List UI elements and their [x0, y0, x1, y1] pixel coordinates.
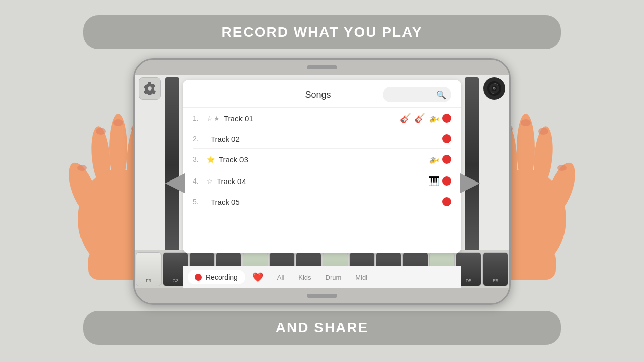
search-input[interactable] — [388, 89, 433, 100]
instrument-icon: 🎸 — [400, 113, 411, 124]
record-button[interactable] — [442, 155, 451, 164]
track-name: Track 02 — [211, 135, 438, 143]
track-name: Track 04 — [217, 177, 424, 186]
phone-top — [135, 60, 509, 75]
svg-point-28 — [494, 88, 495, 89]
track-stars: ☆★ — [207, 115, 220, 122]
track-number: 4. — [193, 177, 203, 185]
track-name: Track 03 — [219, 155, 424, 164]
track-icons — [442, 134, 451, 143]
svg-point-11 — [77, 165, 87, 171]
device-wrapper: ◀ ▶ Songs 🔍 1.☆★Track 01🎸🎸🚁2.Track 023.⭐ — [83, 58, 561, 305]
phone-notch — [307, 65, 337, 69]
settings-button[interactable] — [139, 77, 161, 100]
star-icon: ⭐ — [207, 156, 215, 163]
bottom-banner-text: AND SHARE — [276, 320, 368, 335]
track-stars: ⭐ — [207, 156, 215, 163]
track-list: 1.☆★Track 01🎸🎸🚁2.Track 023.⭐Track 03🚁4.☆… — [183, 108, 461, 211]
track-row[interactable]: 5.Track 05 — [193, 192, 451, 211]
nav-arrow-left[interactable]: ◀ — [161, 164, 189, 199]
track-icons: 🎸🎸🚁 — [400, 113, 451, 124]
track-icons — [442, 197, 451, 206]
phone-frame: ◀ ▶ Songs 🔍 1.☆★Track 01🎸🎸🚁2.Track 023.⭐ — [133, 58, 511, 305]
svg-point-19 — [538, 128, 548, 135]
track-icons: 🎹 — [428, 175, 451, 187]
record-button[interactable] — [442, 114, 451, 123]
bottom-banner: AND SHARE — [83, 311, 561, 345]
search-icon[interactable]: 🔍 — [436, 90, 446, 100]
piano-key[interactable]: E5 — [482, 252, 508, 286]
instrument-icon: 🚁 — [428, 154, 439, 165]
track-number: 3. — [193, 155, 203, 163]
record-button[interactable] — [442, 134, 451, 143]
top-banner: RECORD WHAT YOU PLAY — [83, 15, 561, 49]
track-row[interactable]: 2.Track 02 — [193, 129, 451, 149]
star-icon: ☆ — [207, 177, 213, 185]
svg-point-23 — [557, 165, 567, 171]
phone-bottom — [135, 288, 509, 303]
phone-screen: ◀ ▶ Songs 🔍 1.☆★Track 01🎸🎸🚁2.Track 023.⭐ — [135, 75, 509, 288]
tab-all[interactable]: All — [270, 270, 291, 284]
songs-title: Songs — [253, 89, 383, 100]
track-row[interactable]: 3.⭐Track 03🚁 — [193, 149, 451, 170]
instrument-icon: 🎹 — [428, 175, 439, 187]
songs-tabs: Recording ❤️ All Kids Drum Midi — [183, 266, 461, 288]
tab-recording[interactable]: Recording — [188, 270, 245, 284]
vinyl-button[interactable] — [483, 77, 505, 100]
piano-key[interactable]: F3 — [136, 252, 162, 286]
phone-bottom-notch — [307, 294, 337, 298]
record-button[interactable] — [442, 197, 451, 206]
record-button[interactable] — [442, 176, 451, 186]
songs-header: Songs 🔍 — [183, 80, 461, 108]
nav-arrow-right[interactable]: ▶ — [455, 164, 483, 199]
tab-midi[interactable]: Midi — [348, 270, 374, 284]
track-name: Track 05 — [211, 198, 438, 206]
track-row[interactable]: 4.☆Track 04🎹 — [193, 170, 451, 192]
top-banner-text: RECORD WHAT YOU PLAY — [222, 24, 423, 40]
track-stars: ☆ — [207, 177, 213, 185]
svg-point-8 — [113, 119, 123, 126]
svg-point-20 — [521, 119, 531, 126]
track-name: Track 01 — [224, 114, 396, 123]
tab-drum[interactable]: Drum — [318, 270, 349, 284]
tab-kids[interactable]: Kids — [291, 270, 318, 284]
instrument-icon: 🚁 — [428, 113, 439, 124]
star-icon: ☆ — [207, 115, 213, 122]
track-row[interactable]: 1.☆★Track 01🎸🎸🚁 — [193, 108, 451, 129]
track-number: 1. — [193, 114, 203, 122]
recording-dot — [195, 274, 202, 281]
track-number: 5. — [193, 198, 203, 206]
recording-label: Recording — [206, 273, 238, 281]
track-number: 2. — [193, 135, 203, 143]
instrument-icon: 🎸 — [414, 113, 425, 124]
search-container[interactable]: 🔍 — [383, 87, 451, 102]
svg-point-7 — [96, 128, 106, 135]
track-icons: 🚁 — [428, 154, 451, 165]
star-icon: ★ — [214, 115, 220, 122]
songs-panel: Songs 🔍 1.☆★Track 01🎸🎸🚁2.Track 023.⭐Trac… — [183, 80, 461, 253]
tab-favorites[interactable]: ❤️ — [245, 268, 270, 286]
